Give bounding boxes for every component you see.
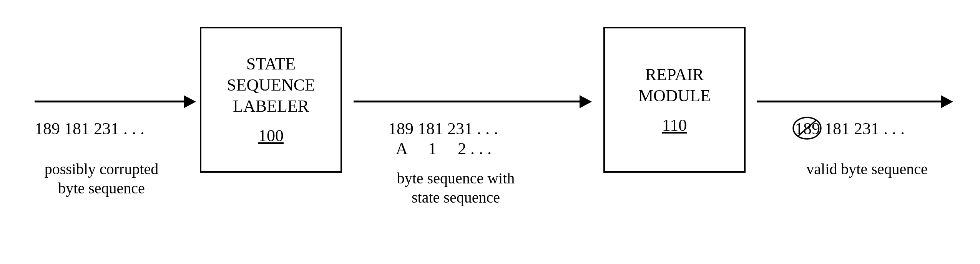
output-caption-text: valid byte sequence — [806, 160, 927, 178]
arrow-output — [757, 101, 953, 101]
block1-ref: 100 — [258, 125, 284, 146]
strike-circle-icon — [791, 116, 823, 140]
remaining-bytes: 181 231 . . . — [820, 119, 905, 138]
input-caption: possibly corrupted byte sequence — [28, 160, 174, 198]
middle-bytes: 189 181 231 . . . — [388, 119, 498, 139]
input-caption-text: possibly corrupted byte sequence — [45, 160, 159, 197]
block2-line2: MODULE — [638, 85, 711, 106]
block2-line1: REPAIR — [645, 64, 704, 85]
removed-byte: 189 — [795, 119, 820, 139]
svg-line-1 — [798, 120, 816, 136]
block1-line3: LABELER — [233, 96, 309, 117]
arrow-input — [35, 101, 196, 101]
diagram-stage: 189 181 231 . . . possibly corrupted byt… — [0, 0, 980, 264]
output-bytes-group: 189 181 231 . . . — [795, 119, 905, 139]
block-repair-module: REPAIR MODULE 110 — [603, 27, 746, 173]
block-state-sequence-labeler: STATE SEQUENCE LABELER 100 — [200, 27, 342, 173]
arrow-middle — [354, 101, 592, 101]
middle-caption: byte sequence with state sequence — [387, 169, 525, 207]
middle-caption-text: byte sequence with state sequence — [397, 170, 515, 206]
block1-line2: SEQUENCE — [227, 74, 315, 96]
output-caption: valid byte sequence — [798, 160, 936, 179]
block2-ref: 110 — [662, 115, 687, 136]
middle-states: A 1 2 . . . — [388, 139, 492, 158]
block1-line1: STATE — [246, 53, 296, 74]
input-bytes: 189 181 231 . . . — [35, 119, 145, 139]
